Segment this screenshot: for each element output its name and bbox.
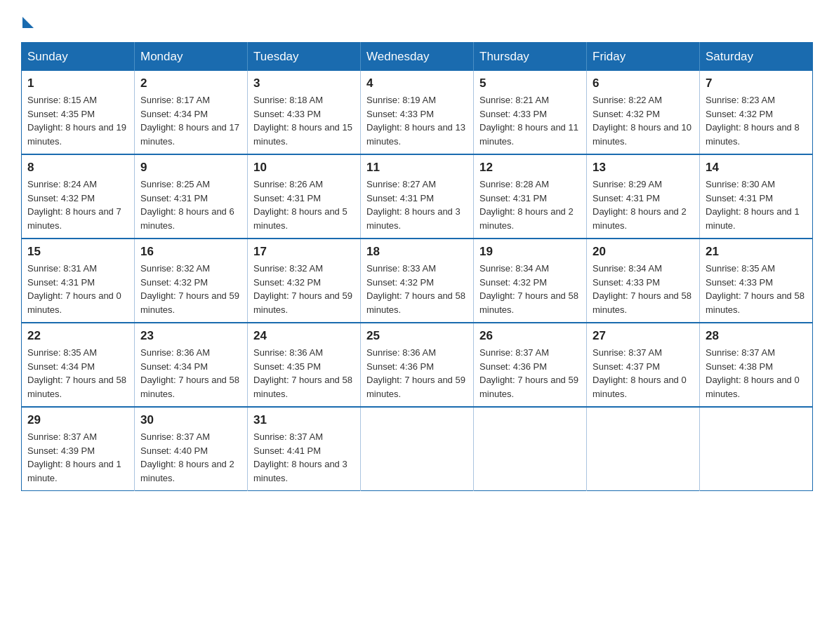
day-info: Sunrise: 8:37 AM Sunset: 4:39 PM Dayligh…	[27, 430, 128, 485]
calendar-cell	[700, 407, 813, 491]
logo-arrow-icon	[22, 17, 34, 28]
calendar-cell: 15 Sunrise: 8:31 AM Sunset: 4:31 PM Dayl…	[22, 239, 135, 323]
day-number: 23	[140, 329, 241, 343]
day-number: 21	[706, 245, 807, 259]
day-number: 26	[479, 329, 581, 343]
calendar-cell: 23 Sunrise: 8:36 AM Sunset: 4:34 PM Dayl…	[135, 323, 248, 407]
day-info: Sunrise: 8:18 AM Sunset: 4:33 PM Dayligh…	[253, 93, 355, 148]
day-number: 9	[140, 161, 241, 175]
page-header	[21, 14, 813, 28]
day-info: Sunrise: 8:17 AM Sunset: 4:34 PM Dayligh…	[140, 93, 241, 148]
calendar-cell: 2 Sunrise: 8:17 AM Sunset: 4:34 PM Dayli…	[135, 71, 248, 154]
day-info: Sunrise: 8:36 AM Sunset: 4:36 PM Dayligh…	[366, 346, 468, 401]
weekday-header-wednesday: Wednesday	[361, 43, 474, 72]
day-info: Sunrise: 8:37 AM Sunset: 4:41 PM Dayligh…	[253, 430, 355, 485]
day-info: Sunrise: 8:33 AM Sunset: 4:32 PM Dayligh…	[366, 262, 468, 316]
day-number: 27	[593, 329, 694, 343]
calendar-cell	[587, 407, 700, 491]
day-number: 5	[479, 76, 581, 90]
day-number: 25	[366, 329, 468, 343]
calendar-cell: 26 Sunrise: 8:37 AM Sunset: 4:36 PM Dayl…	[474, 323, 587, 407]
calendar-cell: 27 Sunrise: 8:37 AM Sunset: 4:37 PM Dayl…	[587, 323, 700, 407]
day-number: 2	[140, 76, 241, 90]
calendar-week-row: 29 Sunrise: 8:37 AM Sunset: 4:39 PM Dayl…	[22, 407, 813, 491]
calendar-cell: 8 Sunrise: 8:24 AM Sunset: 4:32 PM Dayli…	[22, 154, 135, 239]
day-info: Sunrise: 8:25 AM Sunset: 4:31 PM Dayligh…	[140, 177, 241, 232]
day-info: Sunrise: 8:37 AM Sunset: 4:37 PM Dayligh…	[593, 346, 694, 401]
day-number: 10	[253, 161, 355, 175]
day-number: 7	[706, 76, 807, 90]
day-number: 11	[366, 161, 468, 175]
calendar-cell: 22 Sunrise: 8:35 AM Sunset: 4:34 PM Dayl…	[22, 323, 135, 407]
calendar-cell: 10 Sunrise: 8:26 AM Sunset: 4:31 PM Dayl…	[248, 154, 361, 239]
day-info: Sunrise: 8:35 AM Sunset: 4:34 PM Dayligh…	[27, 346, 128, 401]
calendar-cell: 29 Sunrise: 8:37 AM Sunset: 4:39 PM Dayl…	[22, 407, 135, 491]
day-number: 17	[253, 245, 355, 259]
calendar-cell: 5 Sunrise: 8:21 AM Sunset: 4:33 PM Dayli…	[474, 71, 587, 154]
day-number: 15	[27, 245, 128, 259]
calendar-cell: 4 Sunrise: 8:19 AM Sunset: 4:33 PM Dayli…	[361, 71, 474, 154]
logo	[21, 14, 34, 28]
day-number: 24	[253, 329, 355, 343]
day-number: 12	[479, 161, 581, 175]
day-info: Sunrise: 8:37 AM Sunset: 4:38 PM Dayligh…	[706, 346, 807, 401]
day-number: 4	[366, 76, 468, 90]
day-number: 8	[27, 161, 128, 175]
day-info: Sunrise: 8:15 AM Sunset: 4:35 PM Dayligh…	[27, 93, 128, 148]
calendar-cell: 14 Sunrise: 8:30 AM Sunset: 4:31 PM Dayl…	[700, 154, 813, 239]
day-info: Sunrise: 8:28 AM Sunset: 4:31 PM Dayligh…	[479, 177, 581, 232]
day-number: 30	[140, 413, 241, 427]
calendar-week-row: 22 Sunrise: 8:35 AM Sunset: 4:34 PM Dayl…	[22, 323, 813, 407]
day-number: 29	[27, 413, 128, 427]
day-info: Sunrise: 8:36 AM Sunset: 4:34 PM Dayligh…	[140, 346, 241, 401]
calendar-cell	[474, 407, 587, 491]
day-info: Sunrise: 8:19 AM Sunset: 4:33 PM Dayligh…	[366, 93, 468, 148]
day-info: Sunrise: 8:30 AM Sunset: 4:31 PM Dayligh…	[706, 177, 807, 232]
day-number: 14	[706, 161, 807, 175]
day-number: 6	[593, 76, 694, 90]
day-number: 19	[479, 245, 581, 259]
day-info: Sunrise: 8:22 AM Sunset: 4:32 PM Dayligh…	[593, 93, 694, 148]
day-info: Sunrise: 8:21 AM Sunset: 4:33 PM Dayligh…	[479, 93, 581, 148]
calendar-cell: 20 Sunrise: 8:34 AM Sunset: 4:33 PM Dayl…	[587, 239, 700, 323]
day-number: 20	[593, 245, 694, 259]
calendar-table: SundayMondayTuesdayWednesdayThursdayFrid…	[21, 42, 813, 491]
day-info: Sunrise: 8:37 AM Sunset: 4:36 PM Dayligh…	[479, 346, 581, 401]
weekday-header-thursday: Thursday	[474, 43, 587, 72]
calendar-cell: 28 Sunrise: 8:37 AM Sunset: 4:38 PM Dayl…	[700, 323, 813, 407]
calendar-cell: 25 Sunrise: 8:36 AM Sunset: 4:36 PM Dayl…	[361, 323, 474, 407]
day-number: 31	[253, 413, 355, 427]
day-number: 3	[253, 76, 355, 90]
calendar-cell: 19 Sunrise: 8:34 AM Sunset: 4:32 PM Dayl…	[474, 239, 587, 323]
day-info: Sunrise: 8:24 AM Sunset: 4:32 PM Dayligh…	[27, 177, 128, 232]
calendar-header-row: SundayMondayTuesdayWednesdayThursdayFrid…	[22, 43, 813, 72]
day-number: 18	[366, 245, 468, 259]
calendar-cell: 9 Sunrise: 8:25 AM Sunset: 4:31 PM Dayli…	[135, 154, 248, 239]
calendar-cell: 7 Sunrise: 8:23 AM Sunset: 4:32 PM Dayli…	[700, 71, 813, 154]
calendar-cell: 30 Sunrise: 8:37 AM Sunset: 4:40 PM Dayl…	[135, 407, 248, 491]
day-info: Sunrise: 8:34 AM Sunset: 4:32 PM Dayligh…	[479, 262, 581, 316]
day-info: Sunrise: 8:29 AM Sunset: 4:31 PM Dayligh…	[593, 177, 694, 232]
day-info: Sunrise: 8:26 AM Sunset: 4:31 PM Dayligh…	[253, 177, 355, 232]
day-number: 28	[706, 329, 807, 343]
calendar-cell: 1 Sunrise: 8:15 AM Sunset: 4:35 PM Dayli…	[22, 71, 135, 154]
calendar-cell: 24 Sunrise: 8:36 AM Sunset: 4:35 PM Dayl…	[248, 323, 361, 407]
calendar-cell: 31 Sunrise: 8:37 AM Sunset: 4:41 PM Dayl…	[248, 407, 361, 491]
calendar-week-row: 1 Sunrise: 8:15 AM Sunset: 4:35 PM Dayli…	[22, 71, 813, 154]
day-number: 1	[27, 76, 128, 90]
calendar-cell	[361, 407, 474, 491]
calendar-week-row: 8 Sunrise: 8:24 AM Sunset: 4:32 PM Dayli…	[22, 154, 813, 239]
calendar-cell: 16 Sunrise: 8:32 AM Sunset: 4:32 PM Dayl…	[135, 239, 248, 323]
calendar-week-row: 15 Sunrise: 8:31 AM Sunset: 4:31 PM Dayl…	[22, 239, 813, 323]
weekday-header-sunday: Sunday	[22, 43, 135, 72]
calendar-cell: 21 Sunrise: 8:35 AM Sunset: 4:33 PM Dayl…	[700, 239, 813, 323]
weekday-header-saturday: Saturday	[700, 43, 813, 72]
weekday-header-tuesday: Tuesday	[248, 43, 361, 72]
weekday-header-friday: Friday	[587, 43, 700, 72]
calendar-cell: 12 Sunrise: 8:28 AM Sunset: 4:31 PM Dayl…	[474, 154, 587, 239]
weekday-header-monday: Monday	[135, 43, 248, 72]
day-info: Sunrise: 8:27 AM Sunset: 4:31 PM Dayligh…	[366, 177, 468, 232]
day-number: 22	[27, 329, 128, 343]
calendar-cell: 13 Sunrise: 8:29 AM Sunset: 4:31 PM Dayl…	[587, 154, 700, 239]
day-number: 13	[593, 161, 694, 175]
